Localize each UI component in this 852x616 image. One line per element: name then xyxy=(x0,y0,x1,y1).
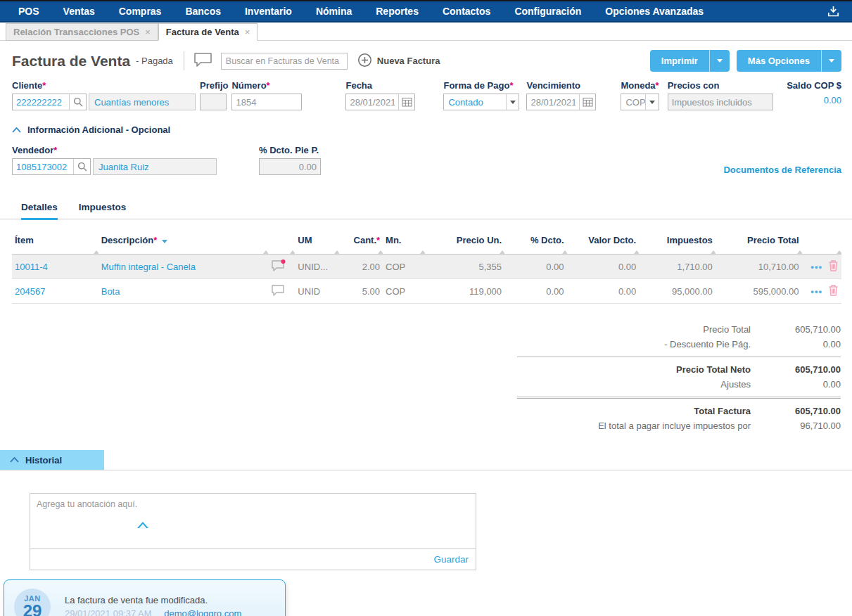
total-label: Ajustes xyxy=(720,379,751,390)
dcto-pie-input[interactable] xyxy=(259,158,321,175)
descripcion-link[interactable]: Muffin integral - Canela xyxy=(98,255,268,279)
documentos-referencia-link[interactable]: Documentos de Referencia xyxy=(723,165,841,175)
note-bubble-icon[interactable] xyxy=(271,288,286,298)
entry-user-link[interactable]: demo@loggro.com xyxy=(164,608,241,616)
um-value: UNID xyxy=(295,279,338,304)
required-marker: * xyxy=(153,235,157,245)
total-row: Ajustes 0.00 xyxy=(517,377,841,392)
item-link[interactable]: 204567 xyxy=(12,279,98,304)
search-icon[interactable] xyxy=(73,159,90,174)
precio-un-value: 119,000 xyxy=(425,279,504,304)
numero-label: Número xyxy=(231,80,266,91)
items-table: Ítem Descripción* UM Cant.* Mn. Precio U… xyxy=(12,231,841,304)
numero-field: Número* xyxy=(231,80,302,110)
forma-de-pago-label: Forma de Pago xyxy=(443,80,509,91)
column-header-pcto-dcto[interactable]: % Dcto. xyxy=(504,231,567,255)
nav-item-contactos[interactable]: Contactos xyxy=(443,6,490,17)
comment-bubble-icon[interactable] xyxy=(193,52,212,70)
column-header-valor-dcto[interactable]: Valor Dcto. xyxy=(567,231,640,255)
cliente-code-input[interactable] xyxy=(13,94,69,110)
tab-close-icon[interactable]: × xyxy=(145,27,151,37)
page-header: Factura de Venta - Pagada Nueva Factura … xyxy=(0,41,852,77)
column-header-precio-total[interactable]: Precio Total xyxy=(716,231,802,255)
chevron-down-icon xyxy=(717,59,723,63)
column-header-um[interactable]: UM xyxy=(295,231,338,255)
saldo-block: Saldo COP $ 0.00 xyxy=(787,80,841,105)
column-header-mn[interactable]: Mn. xyxy=(383,231,425,255)
trash-icon[interactable] xyxy=(828,259,839,274)
additional-info-row: Vendedor* Juanita Ruiz % Dcto. Pie P. Do… xyxy=(0,135,852,175)
tab-detalles[interactable]: Detalles xyxy=(21,202,58,220)
page-title: Factura de Venta xyxy=(12,53,130,70)
calendar-icon[interactable] xyxy=(579,94,595,110)
column-header-descripcion[interactable]: Descripción* xyxy=(98,231,268,255)
prefijo-input xyxy=(200,94,227,110)
additional-info-toggle[interactable]: Información Adicional - Opcional xyxy=(0,110,852,135)
nav-item-pos[interactable]: POS xyxy=(18,6,39,17)
new-invoice-button[interactable]: Nueva Factura xyxy=(357,53,440,70)
search-icon[interactable] xyxy=(69,94,86,110)
precio-total-value: 10,710.00 xyxy=(716,255,802,279)
chevron-down-icon[interactable] xyxy=(162,240,167,243)
more-options-button[interactable]: Más Opciones xyxy=(737,50,821,72)
nav-item-nomina[interactable]: Nómina xyxy=(316,6,352,17)
print-dropdown-button[interactable] xyxy=(709,50,730,72)
column-header-note xyxy=(268,231,295,255)
print-button[interactable]: Imprimir xyxy=(650,50,709,72)
precios-con-field: Precios con xyxy=(668,80,773,110)
pcto-dcto-value: 0.00 xyxy=(504,255,567,279)
download-icon[interactable] xyxy=(827,6,839,17)
cliente-field: Cliente* Cuantías menores xyxy=(12,80,196,110)
more-options-button-group: Más Opciones xyxy=(737,50,841,72)
item-link[interactable]: 10011-4 xyxy=(12,255,98,279)
fecha-input[interactable] xyxy=(346,94,398,110)
column-header-cant[interactable]: Cant.* xyxy=(339,231,383,255)
row-more-actions-button[interactable]: ••• xyxy=(810,286,822,297)
row-actions-cell: ••• xyxy=(802,255,841,279)
note-bubble-icon-with-dot[interactable] xyxy=(271,263,286,274)
moneda-select[interactable]: COP xyxy=(621,94,659,110)
nav-item-reportes[interactable]: Reportes xyxy=(376,6,419,17)
tab-relacion-transacciones-pos[interactable]: Relación Transacciones POS × xyxy=(6,23,158,41)
column-header-impuestos[interactable]: Impuestos xyxy=(639,231,716,255)
vencimiento-input[interactable] xyxy=(527,94,579,110)
moneda-label: Moneda xyxy=(621,80,655,91)
precio-total-value: 595,000.00 xyxy=(716,279,802,304)
vendedor-field: Vendedor* Juanita Ruiz xyxy=(12,145,217,175)
tab-close-icon[interactable]: × xyxy=(245,27,250,37)
annotation-textarea[interactable] xyxy=(30,494,476,548)
chevron-down-icon xyxy=(510,101,516,104)
trash-icon[interactable] xyxy=(828,284,839,298)
guardar-link[interactable]: Guardar xyxy=(433,554,469,565)
descripcion-link[interactable]: Bota xyxy=(98,279,268,304)
more-options-dropdown-button[interactable] xyxy=(821,50,841,72)
tab-factura-de-venta[interactable]: Factura de Venta × xyxy=(158,23,258,41)
total-row: Precio Total 605,710.00 xyxy=(517,322,841,337)
nav-item-ventas[interactable]: Ventas xyxy=(63,6,95,17)
nav-item-inventario[interactable]: Inventario xyxy=(245,6,292,17)
nav-item-compras[interactable]: Compras xyxy=(119,6,162,17)
calendar-icon[interactable] xyxy=(398,94,414,110)
nav-item-configuracion[interactable]: Configuración xyxy=(514,6,581,17)
nav-item-opciones-avanzadas[interactable]: Opciones Avanzadas xyxy=(605,6,704,17)
total-value: 605,710.00 xyxy=(762,324,841,335)
row-more-actions-button[interactable]: ••• xyxy=(810,262,822,272)
vendedor-code-input[interactable] xyxy=(13,159,73,174)
history-bubble-tail xyxy=(139,524,147,529)
prefijo-field: Prefijo xyxy=(200,80,228,110)
column-header-item[interactable]: Ítem xyxy=(12,231,98,255)
invoice-search-input[interactable] xyxy=(221,53,348,70)
precio-un-value: 5,355 xyxy=(425,255,504,279)
dcto-pie-label: % Dcto. Pie P. xyxy=(259,145,319,155)
totals-separator xyxy=(517,357,841,357)
column-header-precio-un[interactable]: Precio Un. xyxy=(425,231,504,255)
forma-de-pago-select[interactable]: Contado xyxy=(443,94,519,110)
impuestos-value: 95,000.00 xyxy=(639,279,716,304)
numero-input[interactable] xyxy=(231,94,302,110)
nav-item-bancos[interactable]: Bancos xyxy=(185,6,221,17)
table-header-row: Ítem Descripción* UM Cant.* Mn. Precio U… xyxy=(12,231,841,255)
valor-dcto-value: 0.00 xyxy=(567,279,640,304)
totals-separator-double xyxy=(517,397,841,399)
tab-impuestos[interactable]: Impuestos xyxy=(79,202,127,219)
historial-toggle[interactable]: Historial xyxy=(0,450,104,470)
